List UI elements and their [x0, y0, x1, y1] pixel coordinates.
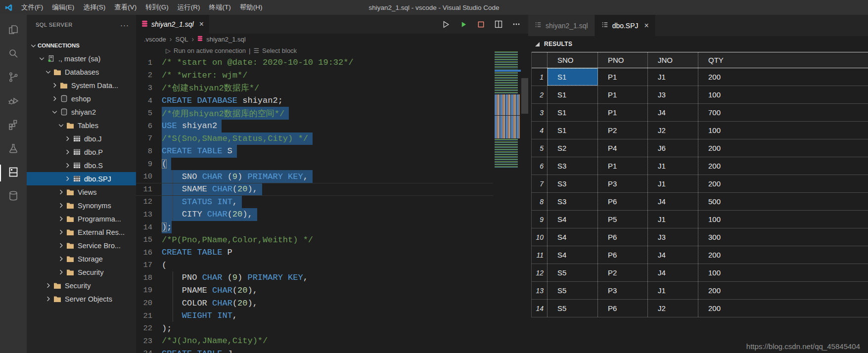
activity-item-database-projects[interactable] [0, 185, 27, 209]
grid-cell[interactable]: J1 [648, 282, 698, 299]
tree-item-eshop[interactable]: eshop [27, 92, 136, 105]
close-icon[interactable]: × [644, 22, 649, 30]
row-number[interactable]: 3 [532, 104, 548, 121]
chevron-down-icon[interactable] [37, 55, 46, 62]
grid-cell[interactable]: 200 [698, 246, 868, 264]
split-editor-icon[interactable] [495, 20, 503, 28]
tree-item-synonyms[interactable]: Synonyms [27, 199, 136, 212]
chevron-right-icon[interactable] [63, 162, 72, 169]
tree-item-system-data[interactable]: System Data... [27, 79, 136, 92]
chevron-right-icon[interactable] [63, 135, 72, 142]
menu-item[interactable]: 转到(G) [141, 0, 173, 15]
code-line-5[interactable]: 5/*使用shiyan2数据库的空间*/ [136, 107, 493, 120]
code-line-10[interactable]: 10 SNO CHAR (9) PRIMARY KEY, [136, 170, 493, 183]
code-line-11[interactable]: 11 SNAME CHAR(20), [136, 183, 493, 196]
column-header-qty[interactable]: QTY [698, 52, 868, 68]
row-number[interactable]: 6 [532, 157, 548, 175]
grid-cell[interactable]: S5 [548, 300, 598, 317]
code-line-13[interactable]: 13 CITY CHAR(20), [136, 208, 493, 221]
column-header-jno[interactable]: JNO [648, 52, 698, 68]
grid-cell[interactable]: 200 [698, 300, 868, 317]
tree-item-storage[interactable]: Storage [27, 252, 136, 265]
grid-cell[interactable]: J2 [648, 122, 698, 139]
grid-cell[interactable]: J1 [648, 157, 698, 175]
chevron-right-icon[interactable] [50, 82, 59, 89]
code-editor[interactable]: ▷ Run on active connection | ☰ Select bl… [136, 44, 493, 353]
grid-cell[interactable]: J3 [648, 228, 698, 246]
grid-cell[interactable]: J1 [648, 68, 698, 86]
tree-item-programma[interactable]: Programma... [27, 212, 136, 225]
code-line-14[interactable]: 14); [136, 221, 493, 234]
activity-item-run-debug[interactable] [0, 90, 27, 114]
chevron-right-icon[interactable] [56, 215, 65, 222]
code-line-8[interactable]: 8CREATE TABLE S [136, 145, 493, 158]
grid-cell[interactable]: P2 [598, 264, 648, 281]
stop-icon[interactable] [477, 21, 485, 28]
grid-cell[interactable]: 100 [698, 122, 868, 139]
code-line-3[interactable]: 3/*创建shiyan2数据库*/ [136, 82, 493, 94]
grid-cell[interactable]: 300 [698, 228, 868, 246]
code-line-21[interactable]: 21 WEIGHT INT, [136, 309, 493, 322]
code-line-22[interactable]: 22); [136, 322, 493, 335]
code-line-9[interactable]: 9( [136, 158, 493, 171]
tree-item-tables[interactable]: Tables [27, 119, 136, 132]
chevron-right-icon[interactable] [63, 175, 72, 182]
chevron-right-icon[interactable] [56, 268, 65, 276]
code-line-24[interactable]: 24CREATE TABLE J [136, 348, 493, 353]
grid-cell[interactable]: P1 [598, 68, 648, 86]
grid-cell[interactable]: S4 [548, 228, 598, 246]
menu-item[interactable]: 运行(R) [173, 0, 205, 15]
grid-cell[interactable]: 500 [698, 193, 868, 210]
grid-cell[interactable]: J1 [648, 175, 698, 192]
breadcrumb-item[interactable]: shiyan2_1.sql [206, 36, 246, 43]
tab-shiyan2-1-sql-results[interactable]: shiyan2_1.sql [528, 15, 595, 36]
grid-cell[interactable]: S3 [548, 193, 598, 210]
more-actions-icon[interactable]: ··· [120, 21, 129, 29]
grid-cell[interactable]: P6 [598, 300, 648, 317]
tree-item-dbo-s[interactable]: dbo.S [27, 159, 136, 172]
tab-dbo-spj-results[interactable]: dbo.SPJ × [595, 15, 656, 36]
breadcrumb-item[interactable]: .vscode [144, 36, 166, 43]
grid-cell[interactable]: S3 [548, 175, 598, 192]
grid-cell[interactable]: J2 [648, 300, 698, 317]
grid-cell[interactable]: S1 [548, 68, 598, 86]
column-header-pno[interactable]: PNO [598, 52, 648, 68]
grid-cell[interactable]: S1 [548, 104, 598, 121]
grid-cell[interactable]: 200 [698, 282, 868, 299]
tree-item-dbo-spj[interactable]: dbo.SPJ [27, 172, 136, 185]
grid-cell[interactable]: P1 [598, 104, 648, 121]
tree-item-server-objects[interactable]: Server Objects [27, 292, 136, 306]
code-line-15[interactable]: 15/*P(Pno,PName,Color,Weitht) */ [136, 233, 493, 246]
menu-item[interactable]: 编辑(E) [47, 0, 79, 15]
tree-item-master-sa[interactable]: ., master (sa) [27, 52, 136, 65]
grid-cell[interactable]: P1 [598, 157, 648, 175]
code-line-19[interactable]: 19 PNAME CHAR(20), [136, 284, 493, 297]
grid-cell[interactable]: S4 [548, 211, 598, 228]
grid-cell[interactable]: 700 [698, 104, 868, 121]
code-line-2[interactable]: 2/* *writer: wjm*/ [136, 69, 493, 82]
activity-item-explorer[interactable] [0, 19, 27, 43]
grid-cell[interactable]: P6 [598, 246, 648, 264]
grid-cell[interactable]: J4 [648, 193, 698, 210]
chevron-right-icon[interactable] [56, 202, 65, 209]
row-number[interactable]: 11 [532, 246, 548, 264]
menu-item[interactable]: 帮助(H) [235, 0, 267, 15]
menu-item[interactable]: 选择(S) [79, 0, 110, 15]
code-line-23[interactable]: 23/*J(Jno,JName,City)*/ [136, 335, 493, 348]
grid-cell[interactable]: P3 [598, 175, 648, 192]
code-line-18[interactable]: 18 PNO CHAR (9) PRIMARY KEY, [136, 271, 493, 284]
grid-cell[interactable]: S5 [548, 282, 598, 299]
code-line-20[interactable]: 20 COLOR CHAR(20), [136, 297, 493, 309]
grid-cell[interactable]: S5 [548, 264, 598, 281]
chevron-right-icon[interactable] [56, 228, 65, 236]
activity-item-test[interactable] [0, 137, 27, 161]
grid-cell[interactable]: S1 [548, 122, 598, 139]
chevron-right-icon[interactable] [63, 148, 72, 156]
row-number[interactable]: 9 [532, 211, 548, 228]
menu-item[interactable]: 查看(V) [110, 0, 141, 15]
more-actions-icon[interactable] [512, 20, 520, 28]
tree-item-databases[interactable]: Databases [27, 65, 136, 79]
grid-cell[interactable]: P2 [598, 122, 648, 139]
grid-cell[interactable]: J6 [648, 139, 698, 157]
chevron-down-icon[interactable] [50, 108, 59, 116]
